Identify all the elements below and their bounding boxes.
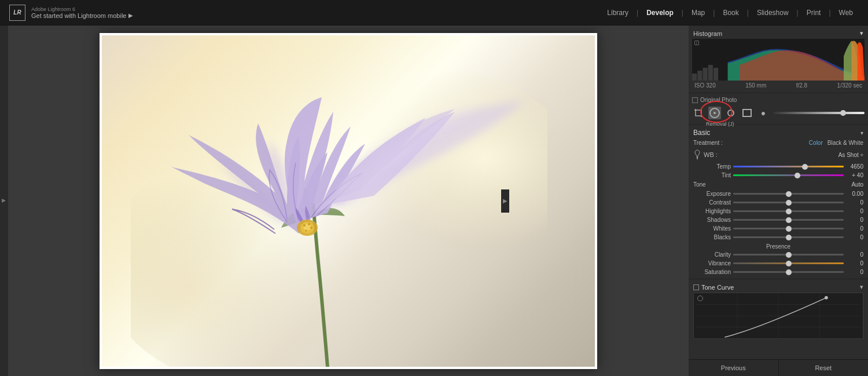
treatment-label: Treatment : [693,140,734,146]
tone-curve-section: Tone Curve ▾ [689,279,868,359]
svg-point-8 [306,229,307,231]
previous-button[interactable]: Previous [689,360,779,376]
contrast-value: 0 [846,199,863,206]
right-panel-toggle[interactable]: ▶ [501,189,509,213]
bottom-buttons: Previous Reset [689,359,868,376]
nav-print[interactable]: Print [801,6,827,19]
top-navigation: LR Adobe Lightroom 6 Get started with Li… [0,0,868,25]
photo-image [102,35,595,367]
gradient-filter-icon [742,109,752,117]
nav-develop[interactable]: Develop [641,6,679,19]
tone-curve-mini-icon [693,284,699,290]
subtitle-arrow[interactable]: ▶ [128,12,133,19]
vibrance-slider[interactable] [733,262,844,264]
saturation-value: 0 [846,269,863,275]
svg-rect-11 [703,68,707,81]
nav-book[interactable]: Book [717,6,744,19]
wb-value[interactable]: As Shot ÷ [838,152,863,158]
treatment-row: Treatment : Color Black & White [693,138,863,147]
tone-label: Tone [693,181,706,188]
exposure-slider-row: Exposure 0.00 [693,189,863,198]
global-slider[interactable] [773,112,865,114]
whites-slider[interactable] [733,228,844,229]
saturation-slider[interactable] [733,271,844,273]
svg-point-5 [303,224,306,227]
crop-icon [694,108,703,118]
photo-container [100,33,597,369]
nav-web[interactable]: Web [833,6,859,19]
clarity-label: Clarity [693,251,731,258]
temp-slider[interactable] [733,166,844,167]
gradient-filter-tool[interactable] [741,107,753,119]
original-photo-label: Original Photo [700,97,737,103]
wb-row: WB : As Shot ÷ [693,147,863,162]
shadows-slider-row: Shadows 0 [693,216,863,224]
tint-label: Tint [693,172,731,178]
svg-point-6 [308,223,310,225]
tone-curve-graph [694,293,863,338]
spot-removal-icon [709,108,720,118]
tone-curve-title: Tone Curve [701,284,734,291]
tint-slider-row: Tint + 40 [693,171,863,180]
histogram-expand[interactable]: ▾ [860,30,863,37]
shadows-slider[interactable] [733,219,844,221]
photo-focal: 150 mm [745,82,766,89]
clarity-slider[interactable] [733,254,844,255]
saturation-slider-row: Saturation 0 [693,268,863,276]
brush-tool[interactable]: ● [757,107,770,119]
app-name: Adobe Lightroom 6 [31,6,133,12]
crop-tool[interactable] [692,107,705,119]
histogram-warning: ! [694,41,699,45]
basic-panel: Basic ▾ Treatment : Color Black & White … [689,125,868,279]
exposure-slider[interactable] [733,193,844,195]
highlights-slider-row: Highlights 0 [693,207,863,216]
reset-button[interactable]: Reset [779,360,869,376]
left-panel[interactable]: ◀ [0,25,8,376]
temp-label: Temp [693,163,731,170]
removal-label: Removal (J) [704,121,737,127]
temp-slider-row: Temp 4650 [693,162,863,171]
vibrance-slider-row: Vibrance 0 [693,259,863,268]
spot-removal-tool[interactable] [708,107,721,119]
tone-auto-button[interactable]: Auto [851,181,863,188]
contrast-slider-row: Contrast 0 [693,198,863,207]
blacks-value: 0 [846,234,863,240]
basic-panel-title: Basic [693,129,710,137]
flower-illustration [131,65,547,367]
photo-aperture: f/2.8 [796,82,807,89]
nav-library[interactable]: Library [601,6,634,19]
tone-curve-header: Tone Curve ▾ [693,282,863,293]
histogram-title: Histogram [693,30,722,37]
blacks-slider-row: Blacks 0 [693,233,863,242]
nav-map[interactable]: Map [686,6,711,19]
contrast-slider[interactable] [733,202,844,203]
color-button[interactable]: Color [809,140,823,146]
svg-rect-10 [697,71,702,81]
basic-panel-header: Basic ▾ [693,127,863,138]
original-photo-checkbox[interactable] [692,97,698,103]
tone-curve-canvas[interactable] [693,293,863,339]
wb-label: WB : [704,151,721,158]
basic-panel-expand[interactable]: ▾ [860,130,863,136]
svg-point-20 [825,296,828,300]
bw-button[interactable]: Black & White [827,140,863,146]
clarity-value: 0 [846,251,863,258]
highlights-slider[interactable] [733,210,844,212]
exposure-value: 0.00 [846,191,863,197]
redeye-icon [727,109,734,116]
eyedropper-icon[interactable] [693,149,701,160]
app-name-section: Adobe Lightroom 6 Get started with Light… [31,6,133,19]
histogram-header: Histogram ▾ [692,28,865,39]
svg-rect-9 [692,74,697,81]
highlights-label: Highlights [693,208,731,214]
tone-curve-expand[interactable]: ▾ [860,283,863,291]
nav-slideshow[interactable]: Slideshow [751,6,795,19]
app-subtitle: Get started with Lightroom mobile ▶ [31,12,133,19]
redeye-tool[interactable] [724,107,737,119]
lr-logo: LR [9,5,25,21]
blacks-slider[interactable] [733,236,844,238]
shadows-label: Shadows [693,217,731,223]
tint-slider[interactable] [733,174,844,176]
photo-shutter: 1/320 sec [837,82,862,89]
clarity-slider-row: Clarity 0 [693,250,863,259]
